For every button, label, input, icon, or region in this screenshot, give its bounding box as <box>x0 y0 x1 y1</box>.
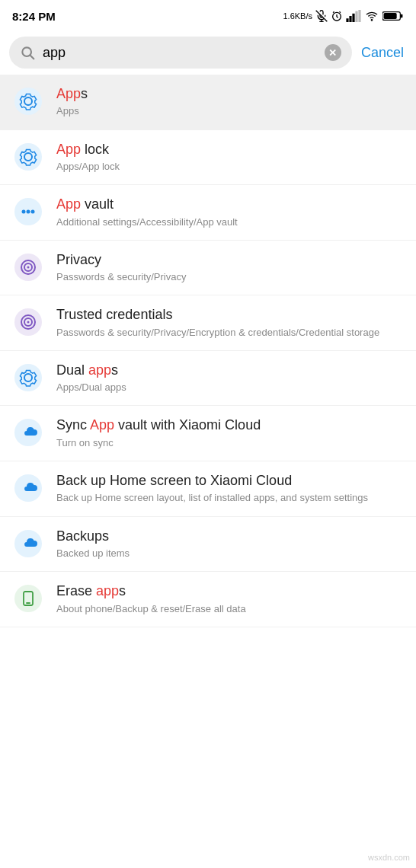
list-item[interactable]: Sync App vault with Xiaomi CloudTurn on … <box>0 406 416 461</box>
privacy-purple-icon <box>12 251 44 283</box>
svg-rect-6 <box>346 18 348 22</box>
svg-line-5 <box>339 11 340 12</box>
svg-rect-8 <box>352 14 354 22</box>
svg-point-20 <box>22 210 26 214</box>
svg-point-11 <box>371 20 372 21</box>
result-subtitle: Apps <box>56 104 404 118</box>
search-input[interactable] <box>43 45 317 61</box>
search-input-wrapper[interactable]: ✕ <box>9 37 352 69</box>
list-item[interactable]: PrivacyPasswords & security/Privacy <box>0 241 416 296</box>
svg-point-26 <box>27 266 30 268</box>
cloud-blue-icon <box>12 472 44 504</box>
svg-point-18 <box>14 143 42 171</box>
svg-rect-13 <box>400 14 402 18</box>
gear-blue-icon <box>12 85 44 117</box>
results-list: AppsApps App lockApps/App lock App vault… <box>0 75 416 627</box>
gear-blue-icon <box>12 362 44 394</box>
result-subtitle: Backed up items <box>56 547 404 560</box>
search-icon <box>20 45 35 60</box>
svg-line-4 <box>333 11 334 12</box>
alarm-icon <box>331 10 343 22</box>
status-bar: 8:24 PM 1.6KB/s <box>0 0 416 30</box>
list-item[interactable]: BackupsBacked up items <box>0 517 416 573</box>
result-title: Back up Home screen to Xiaomi Cloud <box>56 472 404 490</box>
result-title: App vault <box>56 196 404 213</box>
result-subtitle: Passwords & security/Privacy <box>56 270 404 284</box>
list-item[interactable]: App lockApps/App lock <box>0 130 416 186</box>
phone-outline-icon <box>12 582 44 614</box>
wifi-icon <box>364 10 379 22</box>
dots-blue-icon <box>12 196 44 228</box>
svg-point-30 <box>27 321 30 324</box>
result-subtitle: Back up Home screen layout, list of inst… <box>56 491 404 505</box>
status-time: 8:24 PM <box>12 10 56 23</box>
search-bar: ✕ Cancel <box>0 30 416 75</box>
result-title: Trusted credentials <box>56 306 404 324</box>
result-title: Erase apps <box>56 582 404 600</box>
svg-rect-9 <box>355 11 357 22</box>
battery-icon <box>382 10 404 22</box>
cancel-button[interactable]: Cancel <box>358 45 407 61</box>
result-title: Apps <box>56 85 404 103</box>
signal-icon <box>346 10 361 22</box>
svg-point-21 <box>27 210 30 214</box>
svg-point-35 <box>14 585 42 612</box>
svg-line-16 <box>30 56 34 59</box>
list-item[interactable]: App vaultAdditional settings/Accessibili… <box>0 185 416 241</box>
result-title: Privacy <box>56 251 404 269</box>
list-item[interactable]: Dual appsApps/Dual apps <box>0 351 416 407</box>
result-subtitle: Passwords & security/Privacy/Encryption … <box>56 326 404 340</box>
svg-rect-10 <box>358 10 360 22</box>
clear-search-button[interactable]: ✕ <box>325 44 341 61</box>
result-subtitle: Apps/Dual apps <box>56 381 404 394</box>
watermark: wsxdn.com <box>368 853 410 862</box>
svg-rect-7 <box>349 16 351 22</box>
privacy-purple-icon <box>12 306 44 338</box>
status-icons: 1.6KB/s <box>283 10 404 22</box>
result-subtitle: Apps/App lock <box>56 160 404 174</box>
svg-point-31 <box>14 364 42 391</box>
cloud-blue-icon <box>12 416 44 448</box>
result-subtitle: Additional settings/Accessibility/App va… <box>56 215 404 229</box>
list-item[interactable]: AppsApps <box>0 75 416 130</box>
mute-icon <box>315 10 328 22</box>
svg-point-22 <box>31 210 35 214</box>
svg-rect-14 <box>384 13 397 19</box>
result-subtitle: About phone/Backup & reset/Erase all dat… <box>56 602 404 616</box>
result-title: Sync App vault with Xiaomi Cloud <box>56 416 404 434</box>
network-speed-label: 1.6KB/s <box>283 11 312 21</box>
cloud-blue-icon <box>12 528 44 560</box>
result-title: App lock <box>56 141 404 158</box>
list-item[interactable]: Trusted credentialsPasswords & security/… <box>0 295 416 351</box>
list-item[interactable]: Erase appsAbout phone/Backup & reset/Era… <box>0 572 416 627</box>
gear-blue-icon <box>12 141 44 173</box>
list-item[interactable]: Back up Home screen to Xiaomi CloudBack … <box>0 461 416 517</box>
svg-point-17 <box>14 88 42 115</box>
result-subtitle: Turn on sync <box>56 436 404 450</box>
result-title: Backups <box>56 528 404 545</box>
result-title: Dual apps <box>56 362 404 379</box>
